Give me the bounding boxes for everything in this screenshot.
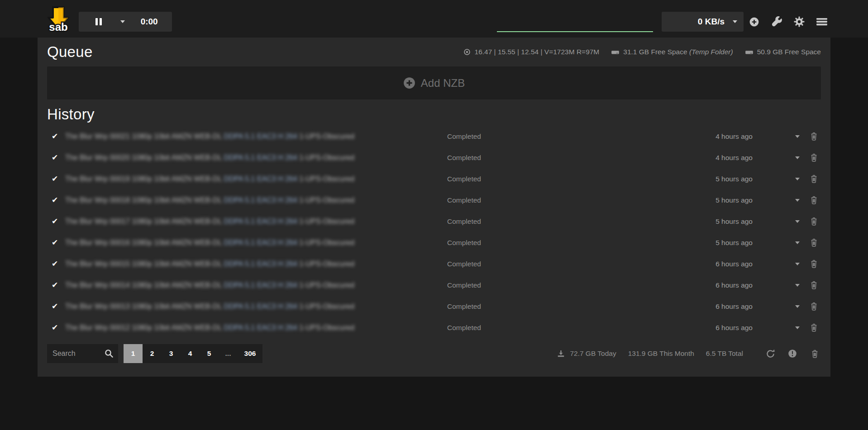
- row-actions-caret-icon[interactable]: [753, 326, 807, 329]
- history-item-time: 4 hours ago: [707, 132, 753, 141]
- history-header: History: [47, 99, 821, 126]
- check-icon: ✔: [47, 280, 65, 290]
- hdd-icon: [745, 48, 754, 57]
- check-icon: ✔: [47, 153, 65, 162]
- speed-dropdown-caret-icon[interactable]: [733, 20, 737, 23]
- temp-folder-note: (Temp Folder): [689, 48, 733, 56]
- page-button-4[interactable]: 4: [181, 344, 200, 363]
- delete-row-icon[interactable]: [807, 259, 821, 269]
- add-nzb-plus-icon[interactable]: [748, 15, 760, 28]
- row-actions-caret-icon[interactable]: [753, 263, 807, 265]
- history-item-time: 6 hours ago: [707, 260, 753, 268]
- delete-row-icon[interactable]: [807, 174, 821, 184]
- history-item-status: Completed: [447, 132, 707, 141]
- row-actions-caret-icon[interactable]: [753, 156, 807, 159]
- wrench-icon[interactable]: [770, 15, 783, 28]
- refresh-icon[interactable]: [764, 347, 777, 360]
- history-item-status: Completed: [447, 175, 707, 183]
- gear-icon[interactable]: [793, 15, 806, 28]
- history-title: History: [47, 106, 95, 123]
- hamburger-menu-icon[interactable]: [816, 15, 828, 28]
- main-panel: Queue 16.47 | 15.55 | 12.54 | V=1723M R=…: [38, 38, 830, 377]
- temp-free-space: 31.1 GB Free Space (Temp Folder): [611, 48, 733, 57]
- total-today: 72.7 GB Today: [570, 350, 616, 358]
- history-row: ✔ The Blur Wrp 00012 1080p 10bit AMZN WE…: [47, 317, 821, 338]
- history-row: ✔ The Blur Wrp 00019 1080p 10bit AMZN WE…: [47, 168, 821, 189]
- history-item-time: 5 hours ago: [707, 217, 753, 226]
- delete-row-icon[interactable]: [807, 217, 821, 226]
- pause-dropdown-caret-icon[interactable]: [120, 20, 125, 23]
- history-item-name[interactable]: The Blur Wrp 00015 1080p 10bit AMZN WEB-…: [65, 260, 447, 268]
- delete-row-icon[interactable]: [807, 323, 821, 332]
- history-item-time: 5 hours ago: [707, 196, 753, 204]
- history-item-time: 4 hours ago: [707, 154, 753, 162]
- check-icon: ✔: [47, 323, 65, 332]
- search-box: [47, 344, 118, 363]
- row-actions-caret-icon[interactable]: [753, 135, 807, 138]
- history-item-name[interactable]: The Blur Wrp 00021 1080p 10bit AMZN WEB-…: [65, 132, 447, 141]
- history-item-name[interactable]: The Blur Wrp 00014 1080p 10bit AMZN WEB-…: [65, 281, 447, 289]
- history-item-name[interactable]: The Blur Wrp 00020 1080p 10bit AMZN WEB-…: [65, 154, 447, 162]
- history-item-status: Completed: [447, 281, 707, 289]
- total-month: 131.9 GB This Month: [628, 350, 694, 358]
- history-row: ✔ The Blur Wrp 00013 1080p 10bit AMZN WE…: [47, 296, 821, 317]
- history-item-name[interactable]: The Blur Wrp 00013 1080p 10bit AMZN WEB-…: [65, 302, 447, 311]
- queue-title: Queue: [47, 43, 93, 61]
- history-item-status: Completed: [447, 239, 707, 247]
- history-row: ✔ The Blur Wrp 00020 1080p 10bit AMZN WE…: [47, 147, 821, 168]
- history-item-name[interactable]: The Blur Wrp 00018 1080p 10bit AMZN WEB-…: [65, 196, 447, 204]
- delete-row-icon[interactable]: [807, 195, 821, 205]
- transfer-totals: 72.7 GB Today 131.9 GB This Month 6.5 TB…: [557, 350, 743, 358]
- row-actions-caret-icon[interactable]: [753, 199, 807, 202]
- page-button-1[interactable]: 1: [124, 344, 143, 363]
- page-button-306[interactable]: 306: [238, 344, 262, 363]
- row-actions-caret-icon[interactable]: [753, 284, 807, 287]
- record-icon: [463, 48, 471, 56]
- history-item-name[interactable]: The Blur Wrp 00019 1080p 10bit AMZN WEB-…: [65, 175, 447, 183]
- history-item-status: Completed: [447, 196, 707, 204]
- history-item-status: Completed: [447, 217, 707, 226]
- page-button-3[interactable]: 3: [162, 344, 181, 363]
- check-icon: ✔: [47, 217, 65, 226]
- delete-row-icon[interactable]: [807, 302, 821, 311]
- server-stats-text: 16.47 | 15.55 | 12.54 | V=1723M R=97M: [475, 48, 600, 56]
- temp-free-text: 31.1 GB Free Space: [623, 48, 687, 56]
- delete-row-icon[interactable]: [807, 238, 821, 247]
- history-list: ✔ The Blur Wrp 00021 1080p 10bit AMZN WE…: [47, 126, 821, 338]
- sabnzbd-logo[interactable]: sab: [46, 6, 71, 34]
- pause-button[interactable]: [93, 15, 105, 28]
- purge-history-icon[interactable]: [808, 347, 821, 360]
- warnings-icon[interactable]: [786, 347, 799, 360]
- check-icon: ✔: [47, 174, 65, 184]
- svg-text:sab: sab: [49, 21, 67, 33]
- delete-row-icon[interactable]: [807, 132, 821, 141]
- history-item-name[interactable]: The Blur Wrp 00017 1080p 10bit AMZN WEB-…: [65, 217, 447, 226]
- page-button-2[interactable]: 2: [143, 344, 162, 363]
- row-actions-caret-icon[interactable]: [753, 241, 807, 244]
- page-ellipsis: ...: [219, 344, 238, 363]
- search-icon[interactable]: [104, 348, 114, 359]
- disk-free-text: 50.9 GB Free Space: [757, 48, 821, 56]
- row-actions-caret-icon[interactable]: [753, 220, 807, 223]
- check-icon: ✔: [47, 302, 65, 311]
- check-icon: ✔: [47, 259, 65, 269]
- row-actions-caret-icon[interactable]: [753, 178, 807, 180]
- check-icon: ✔: [47, 195, 65, 205]
- delete-row-icon[interactable]: [807, 153, 821, 162]
- history-item-time: 5 hours ago: [707, 175, 753, 183]
- check-icon: ✔: [47, 238, 65, 247]
- pause-control-group: 0:00: [79, 12, 172, 32]
- row-actions-caret-icon[interactable]: [753, 305, 807, 308]
- plus-circle-icon: [403, 77, 415, 89]
- delete-row-icon[interactable]: [807, 280, 821, 290]
- history-item-name[interactable]: The Blur Wrp 00012 1080p 10bit AMZN WEB-…: [65, 324, 447, 332]
- page-button-5[interactable]: 5: [200, 344, 219, 363]
- download-icon: [557, 350, 565, 358]
- history-item-time: 6 hours ago: [707, 281, 753, 289]
- hdd-icon: [611, 48, 620, 57]
- pause-timer[interactable]: 0:00: [141, 17, 158, 27]
- add-nzb-dropzone[interactable]: Add NZB: [47, 66, 821, 99]
- speed-limit-group[interactable]: 0 KB/s: [662, 12, 744, 32]
- top-bar: sab 0:00 0 KB/s: [0, 0, 868, 38]
- history-item-name[interactable]: The Blur Wrp 00016 1080p 10bit AMZN WEB-…: [65, 239, 447, 247]
